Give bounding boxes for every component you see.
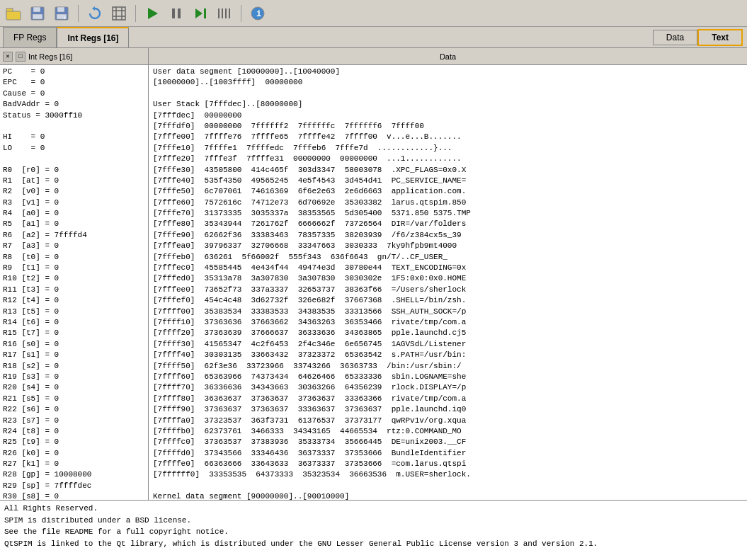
register-content[interactable]: PC = 0EPC = 0Cause = 0BadVAddr = 0Status… <box>0 65 148 500</box>
register-line: R0 [r0] = 0 <box>3 165 145 176</box>
register-line: R22 [s6] = 0 <box>3 404 145 415</box>
status-line: See the file README for a full copyright… <box>4 526 743 538</box>
data-content[interactable]: User data segment [10000000]..[10040000]… <box>149 65 747 500</box>
data-line: User Stack [7fffdec]..[80000000] <box>153 99 743 110</box>
register-line: R16 [s0] = 0 <box>3 339 145 350</box>
step-icon[interactable] <box>191 4 210 23</box>
svg-text:i: i <box>256 9 261 19</box>
grid-icon[interactable] <box>110 4 128 23</box>
data-line: [7fffe90] 62662f36 33383463 78357335 382… <box>153 230 743 241</box>
svg-marker-15 <box>148 8 158 19</box>
svg-rect-17 <box>178 8 181 18</box>
data-line: [7ffff70] 36336636 34343663 30363266 643… <box>153 382 743 393</box>
status-line: SPIM is distributed under a BSD license. <box>4 515 743 527</box>
data-line: [7fffe10] 7ffffe1 7ffffedc 7fffeb6 7fffe… <box>153 143 743 154</box>
right-panel: Data User data segment [10000000]..[1004… <box>149 48 747 500</box>
reload-icon[interactable] <box>86 4 104 23</box>
save-as-icon[interactable]: + <box>52 4 71 23</box>
register-line: R24 [t8] = 0 <box>3 426 145 437</box>
toolbar-sep-1 <box>78 5 79 22</box>
data-line <box>153 88 743 99</box>
data-line: [7ffff00] 35383534 33383533 34383535 333… <box>153 307 743 317</box>
toolbar-sep-3 <box>241 5 241 22</box>
register-line: R1 [at] = 0 <box>3 176 145 186</box>
data-line: [7ffff90] 37363637 37363637 33363637 373… <box>153 404 743 415</box>
register-line: R21 [s5] = 0 <box>3 394 145 404</box>
data-line: [7fffe70] 31373335 3035337a 38353565 5d3… <box>153 208 743 219</box>
data-line: [7ffff20] 37363639 37666637 36333636 343… <box>153 328 743 338</box>
register-line: LO = 0 <box>3 143 145 154</box>
data-line: [10000000]..[1003ffff] 00000000 <box>153 77 743 88</box>
data-line: [7fffe50] 6c707061 74616369 6f6e2e63 2e6… <box>153 186 743 197</box>
register-line: EPC = 0 <box>3 77 145 88</box>
register-line: R6 [a2] = 7ffffd4 <box>3 230 145 241</box>
left-panel-title: Int Regs [16] <box>28 52 72 61</box>
register-line <box>3 154 145 164</box>
data-line <box>153 481 743 491</box>
data-line: [7fffea0] 39796337 32706668 33347663 303… <box>153 241 743 251</box>
register-line: Cause = 0 <box>3 88 145 99</box>
register-line: R28 [gp] = 10008000 <box>3 469 145 480</box>
data-line: [7fffe60] 7572616c 74712e73 6d70692e 353… <box>153 198 743 208</box>
data-line: User data segment [10000000]..[10040000] <box>153 67 743 77</box>
tabs-row: FP Regs Int Regs [16] Data Text <box>0 27 747 48</box>
register-line: R13 [t5] = 0 <box>3 307 145 317</box>
data-line: [7ffff30] 41565347 4c2f6453 2f4c346e 6e6… <box>153 339 743 350</box>
register-line: R14 [t6] = 0 <box>3 317 145 328</box>
register-line: BadVAddr = 0 <box>3 99 145 110</box>
data-line: [7ffff60] 65363966 74373434 64626466 653… <box>153 372 743 382</box>
register-line: R15 [t7] = 0 <box>3 328 145 338</box>
register-line: R2 [v0] = 0 <box>3 186 145 197</box>
register-line: R9 [t1] = 0 <box>3 263 145 273</box>
close-left-btn[interactable]: ✕ <box>3 52 13 62</box>
svg-rect-14 <box>113 7 125 20</box>
data-line: [7fffe00] 7ffffe76 7ffffe65 7ffffe42 7ff… <box>153 132 743 142</box>
run-icon[interactable] <box>143 4 161 23</box>
data-line: [7ffff80] 36363637 37363637 37363637 333… <box>153 394 743 404</box>
data-line: [7fffe30] 43505800 414c465f 303d3347 580… <box>153 165 743 176</box>
data-line: [7ffffc0] 37363537 37383936 35333734 356… <box>153 437 743 447</box>
save-icon[interactable] <box>28 4 47 23</box>
register-line <box>3 121 145 132</box>
register-line: R30 [s8] = 0 <box>3 491 145 500</box>
register-line: R5 [a1] = 0 <box>3 219 145 229</box>
right-buttons: Data Text <box>653 27 747 47</box>
register-line: R12 [t4] = 0 <box>3 295 145 306</box>
register-line: R27 [k1] = 0 <box>3 459 145 469</box>
data-line: [7ffffb0] 62373761 3466333 34343165 4466… <box>153 426 743 437</box>
toolbar-sep-2 <box>135 5 136 22</box>
register-line: R11 [t3] = 0 <box>3 285 145 295</box>
svg-rect-6 <box>57 7 64 12</box>
svg-rect-16 <box>172 8 175 18</box>
detach-left-btn[interactable]: □ <box>16 52 25 62</box>
multi-step-icon[interactable] <box>215 4 234 23</box>
info-icon[interactable]: i <box>249 4 267 23</box>
tab-fp-regs[interactable]: FP Regs <box>3 27 57 47</box>
register-line: R10 [t2] = 0 <box>3 273 145 284</box>
register-line: PC = 0 <box>3 67 145 77</box>
data-line: [7ffffd0] 37343566 33346436 36373337 373… <box>153 448 743 459</box>
left-panel-header: ✕ □ Int Regs [16] <box>0 48 148 65</box>
register-line: R20 [s4] = 0 <box>3 382 145 393</box>
status-line: QtSPIM is linked to the Qt library, whic… <box>4 538 743 550</box>
data-line: [7fffe80] 35343944 7261762f 6666662f 737… <box>153 219 743 229</box>
right-panel-title: Data <box>440 52 456 61</box>
register-line: Status = 3000ff10 <box>3 110 145 121</box>
svg-text:+: + <box>63 15 67 21</box>
data-line: [7ffff40] 30303135 33663432 37323372 653… <box>153 350 743 360</box>
svg-rect-19 <box>204 8 206 18</box>
left-panel: ✕ □ Int Regs [16] PC = 0EPC = 0Cause = 0… <box>0 48 149 500</box>
status-line: All Rights Reserved. <box>4 503 743 515</box>
svg-marker-18 <box>195 8 203 18</box>
svg-rect-3 <box>33 7 40 12</box>
pause-icon[interactable] <box>167 4 186 23</box>
main-content: ✕ □ Int Regs [16] PC = 0EPC = 0Cause = 0… <box>0 48 747 500</box>
data-button[interactable]: Data <box>653 30 697 45</box>
register-line: R3 [v1] = 0 <box>3 198 145 208</box>
text-button[interactable]: Text <box>697 29 743 46</box>
data-line: [7ffffe0] 66363666 33643633 36373337 373… <box>153 459 743 469</box>
register-line: R26 [k0] = 0 <box>3 448 145 459</box>
tab-int-regs[interactable]: Int Regs [16] <box>57 27 129 47</box>
data-line: [7fffdec] 00000000 <box>153 110 743 121</box>
open-icon[interactable] <box>4 4 23 23</box>
